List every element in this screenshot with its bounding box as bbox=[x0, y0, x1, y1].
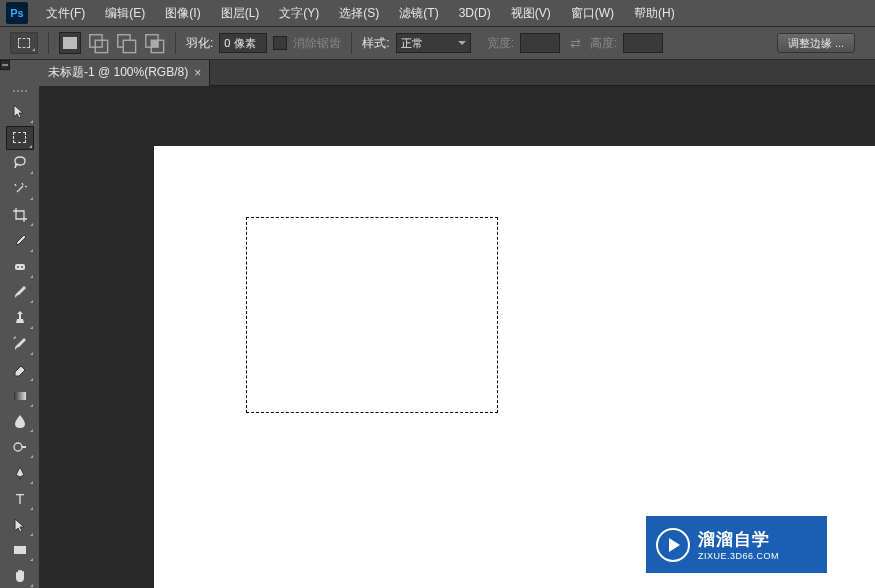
divider bbox=[175, 32, 176, 54]
menu-edit[interactable]: 编辑(E) bbox=[95, 2, 155, 25]
svg-rect-6 bbox=[151, 40, 158, 47]
app-logo: Ps bbox=[6, 2, 28, 24]
brush-tool[interactable] bbox=[6, 281, 34, 305]
eyedropper-tool[interactable] bbox=[6, 229, 34, 253]
marquee-icon bbox=[18, 38, 30, 48]
tab-bar: 未标题-1 @ 100%(RGB/8) × bbox=[40, 60, 875, 86]
selection-new[interactable] bbox=[59, 32, 81, 54]
history-brush-tool[interactable] bbox=[6, 332, 34, 356]
panel-collapse-strip[interactable] bbox=[0, 60, 10, 70]
svg-rect-3 bbox=[123, 40, 135, 52]
toolbox-grip[interactable] bbox=[5, 90, 35, 96]
menu-view[interactable]: 视图(V) bbox=[501, 2, 561, 25]
feather-label: 羽化: bbox=[186, 35, 213, 52]
selection-intersect[interactable] bbox=[143, 32, 165, 54]
toolbox: T bbox=[0, 86, 40, 588]
options-bar: 羽化: 消除锯齿 样式: 正常 宽度: ⇄ 高度: 调整边缘 ... bbox=[0, 27, 875, 60]
document-tab[interactable]: 未标题-1 @ 100%(RGB/8) × bbox=[40, 60, 210, 86]
current-tool-preset[interactable] bbox=[10, 32, 38, 54]
menubar: Ps 文件(F) 编辑(E) 图像(I) 图层(L) 文字(Y) 选择(S) 滤… bbox=[0, 0, 875, 27]
svg-point-9 bbox=[21, 266, 23, 268]
dodge-tool[interactable] bbox=[6, 435, 34, 459]
menu-type[interactable]: 文字(Y) bbox=[269, 2, 329, 25]
svg-text:T: T bbox=[15, 491, 24, 507]
style-value: 正常 bbox=[401, 36, 423, 51]
canvas-area[interactable]: 溜溜自学 ZIXUE.3D66.COM bbox=[40, 86, 875, 588]
menu-image[interactable]: 图像(I) bbox=[155, 2, 210, 25]
path-select-tool[interactable] bbox=[6, 513, 34, 537]
style-select[interactable]: 正常 bbox=[396, 33, 471, 53]
height-input bbox=[623, 33, 663, 53]
gradient-tool[interactable] bbox=[6, 384, 34, 408]
svg-rect-7 bbox=[15, 264, 25, 270]
close-icon[interactable]: × bbox=[194, 66, 201, 80]
svg-point-8 bbox=[17, 266, 19, 268]
watermark: 溜溜自学 ZIXUE.3D66.COM bbox=[646, 516, 827, 573]
svg-rect-13 bbox=[14, 546, 26, 554]
play-icon bbox=[656, 528, 690, 562]
watermark-title: 溜溜自学 bbox=[698, 528, 779, 551]
eraser-tool[interactable] bbox=[6, 358, 34, 382]
width-input bbox=[520, 33, 560, 53]
divider bbox=[48, 32, 49, 54]
menu-window[interactable]: 窗口(W) bbox=[561, 2, 624, 25]
selection-mode-icon bbox=[63, 37, 77, 49]
marquee-icon bbox=[13, 132, 26, 143]
antialias-checkbox bbox=[273, 36, 287, 50]
document-canvas[interactable]: 溜溜自学 ZIXUE.3D66.COM bbox=[154, 146, 875, 588]
watermark-subtitle: ZIXUE.3D66.COM bbox=[698, 551, 779, 561]
swap-icon: ⇄ bbox=[566, 36, 584, 50]
move-tool[interactable] bbox=[6, 100, 34, 124]
menu-help[interactable]: 帮助(H) bbox=[624, 2, 685, 25]
type-tool[interactable]: T bbox=[6, 487, 34, 511]
refine-edge-button[interactable]: 调整边缘 ... bbox=[777, 33, 855, 53]
menu-3d[interactable]: 3D(D) bbox=[449, 3, 501, 23]
menu-layer[interactable]: 图层(L) bbox=[211, 2, 270, 25]
height-label: 高度: bbox=[590, 35, 617, 52]
menu-file[interactable]: 文件(F) bbox=[36, 2, 95, 25]
hand-tool[interactable] bbox=[6, 564, 34, 588]
width-label: 宽度: bbox=[487, 35, 514, 52]
divider bbox=[351, 32, 352, 54]
spot-heal-tool[interactable] bbox=[6, 255, 34, 279]
marquee-selection[interactable] bbox=[246, 217, 498, 413]
clone-stamp-tool[interactable] bbox=[6, 306, 34, 330]
selection-add[interactable] bbox=[87, 32, 109, 54]
document-tab-title: 未标题-1 @ 100%(RGB/8) bbox=[48, 64, 188, 81]
antialias-label: 消除锯齿 bbox=[293, 35, 341, 52]
rectangle-tool[interactable] bbox=[6, 539, 34, 563]
svg-rect-10 bbox=[14, 392, 26, 400]
selection-subtract[interactable] bbox=[115, 32, 137, 54]
crop-tool[interactable] bbox=[6, 203, 34, 227]
feather-input[interactable] bbox=[219, 33, 267, 53]
menu-filter[interactable]: 滤镜(T) bbox=[389, 2, 448, 25]
style-label: 样式: bbox=[362, 35, 389, 52]
menu-select[interactable]: 选择(S) bbox=[329, 2, 389, 25]
svg-point-11 bbox=[14, 443, 22, 451]
marquee-tool[interactable] bbox=[6, 126, 34, 150]
blur-tool[interactable] bbox=[6, 410, 34, 434]
pen-tool[interactable] bbox=[6, 461, 34, 485]
magic-wand-tool[interactable] bbox=[6, 177, 34, 201]
lasso-tool[interactable] bbox=[6, 152, 34, 176]
